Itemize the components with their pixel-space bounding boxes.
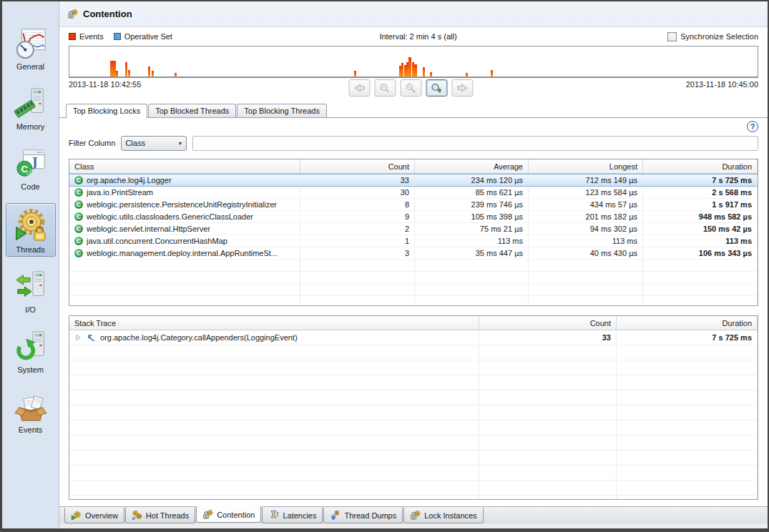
tab-top-blocking-locks[interactable]: Top Blocking Locks: [66, 104, 147, 118]
filter-column-select[interactable]: Class ▼: [121, 136, 187, 151]
filter-input[interactable]: [192, 136, 758, 151]
column-header-stack-trace[interactable]: Stack Trace: [69, 316, 479, 330]
average-cell: 234 ms 120 µs: [415, 174, 529, 186]
tab-top-blocked-threads[interactable]: Top Blocked Threads: [148, 104, 236, 117]
column-header-average[interactable]: Average: [415, 159, 529, 173]
table-row[interactable]: Corg.apache.log4j.Logger33234 ms 120 µs7…: [69, 174, 758, 187]
timeline-bar: [148, 66, 150, 77]
bottom-tab-label: Lock Instances: [424, 511, 476, 520]
column-header-duration[interactable]: Duration: [617, 316, 758, 330]
column-header-count[interactable]: Count: [300, 159, 415, 173]
table-row[interactable]: org.apache.log4j.Category.callAppenders(…: [69, 330, 758, 345]
sidebar-item-label: Code: [21, 182, 39, 191]
timeline-bar: [110, 61, 116, 77]
synchronize-checkbox[interactable]: [667, 32, 677, 41]
table-row[interactable]: Cjava.io.PrintStream3085 ms 621 µs123 ms…: [69, 187, 758, 199]
class-icon: C: [74, 249, 83, 257]
duration-cell: 7 s 725 ms: [617, 330, 758, 345]
class-name: weblogic.utils.classloaders.GenericClass…: [87, 212, 253, 221]
tab-label: Top Blocking Threads: [244, 107, 320, 115]
back-arrow-button[interactable]: [349, 79, 371, 97]
duration-cell: 113 ms: [643, 235, 758, 247]
empty-row: [69, 405, 758, 420]
table-row[interactable]: Cjava.util.concurrent.ConcurrentHashMap1…: [69, 235, 758, 247]
legend-swatch: [69, 33, 76, 40]
duration-cell: 150 ms 42 µs: [643, 223, 758, 235]
tab-panel: ? Filter Column Class ▼ ClassCountAverag…: [59, 118, 768, 506]
tab-top-blocking-threads[interactable]: Top Blocking Threads: [237, 104, 327, 117]
trace-arrow-icon: [87, 333, 95, 342]
column-label: Stack Trace: [74, 319, 116, 327]
count-cell: 33: [479, 330, 617, 345]
forward-arrow-button[interactable]: [452, 79, 474, 97]
zoom-in-button[interactable]: [426, 79, 448, 97]
zoom-range-button[interactable]: [401, 79, 422, 97]
bottom-tab-label: Hot Threads: [146, 511, 189, 520]
empty-row: [69, 466, 758, 481]
sidebar-item-label: I/O: [25, 305, 36, 314]
longest-cell: 113 ms: [529, 235, 643, 247]
table-row[interactable]: Cweblogic.persistence.PersistenceUnitReg…: [69, 199, 758, 211]
events-icon: [14, 390, 47, 423]
bottom-tab-thread-dumps[interactable]: Thread Dumps: [323, 508, 403, 523]
bottom-tab-latencies[interactable]: Latencies: [262, 508, 323, 523]
empty-row: [69, 496, 758, 500]
average-cell: 75 ms 21 µs: [415, 223, 529, 235]
sidebar-item-general[interactable]: General: [6, 23, 56, 74]
memory-icon: [14, 87, 47, 120]
column-header-count[interactable]: Count: [479, 316, 617, 330]
duration-cell: 106 ms 343 µs: [643, 247, 758, 259]
tab-label: Top Blocked Threads: [155, 107, 229, 115]
table-row[interactable]: Cweblogic.utils.classloaders.GenericClas…: [69, 211, 758, 223]
io-icon: [14, 270, 47, 303]
table-row[interactable]: Cweblogic.management.deploy.internal.App…: [69, 247, 758, 260]
column-header-duration[interactable]: Duration: [643, 159, 758, 173]
bottom-tab-lock-instances[interactable]: Lock Instances: [403, 508, 483, 523]
expand-icon[interactable]: [74, 334, 82, 341]
count-cell: 1: [300, 235, 415, 247]
timeline-bar: [152, 71, 154, 77]
system-icon: [14, 330, 47, 363]
bottom-tab-overview[interactable]: Overview: [64, 508, 124, 523]
timeline-chart[interactable]: [69, 46, 758, 78]
sidebar-item-system[interactable]: System: [6, 326, 56, 377]
tab-label: Top Blocking Locks: [73, 107, 140, 115]
sidebar-item-threads[interactable]: Threads: [6, 203, 56, 257]
count-cell: 2: [300, 223, 415, 235]
empty-row: [69, 375, 758, 390]
bottom-tab-label: Latencies: [283, 511, 316, 520]
overview-icon: [71, 510, 82, 521]
bottom-tab-contention[interactable]: Contention: [196, 506, 261, 523]
stack-trace-table: Stack TraceCountDurationorg.apache.log4j…: [69, 315, 758, 500]
timeline-bar: [354, 71, 356, 77]
sidebar-item-label: Events: [19, 425, 43, 434]
average-cell: 113 ms: [415, 235, 529, 247]
bottom-tab-hot-threads[interactable]: Hot Threads: [125, 508, 195, 523]
sidebar-item-memory[interactable]: Memory: [6, 83, 56, 134]
column-header-longest[interactable]: Longest: [529, 159, 643, 173]
page-header: Contention: [59, 1, 768, 27]
empty-row: [69, 390, 758, 405]
sidebar-item-code[interactable]: JCCode: [6, 143, 56, 194]
sidebar-item-i-o[interactable]: I/O: [6, 266, 56, 317]
synchronize-selection[interactable]: Synchronize Selection: [667, 32, 758, 41]
sidebar-item-events[interactable]: Events: [6, 386, 56, 437]
interval-label: Interval: 2 min 4 s (all): [379, 32, 456, 41]
bottom-tab-bar: OverviewHot ThreadsContentionLatenciesTh…: [59, 506, 768, 523]
table-row[interactable]: Cweblogic.servlet.internal.HttpServer275…: [69, 223, 758, 235]
longest-cell: 201 ms 182 µs: [529, 211, 643, 222]
help-icon[interactable]: ?: [747, 121, 758, 132]
timeline-start-time: 2013-11-18 10:42:55: [69, 80, 141, 89]
zoom-out-button[interactable]: [375, 79, 396, 97]
legend-label: Events: [79, 32, 104, 41]
class-icon: C: [74, 176, 83, 184]
filter-column-value: Class: [125, 139, 175, 147]
timeline-nav: [349, 79, 474, 97]
code-icon: JC: [14, 147, 47, 180]
empty-row: [69, 450, 758, 466]
filter-row: Filter Column Class ▼: [69, 135, 758, 151]
column-header-class[interactable]: Class: [69, 159, 300, 173]
window-footer: [59, 523, 768, 528]
legend-item-operative-set: Operative Set: [114, 32, 172, 41]
main-area: Contention EventsOperative Set Interval:…: [59, 1, 768, 528]
